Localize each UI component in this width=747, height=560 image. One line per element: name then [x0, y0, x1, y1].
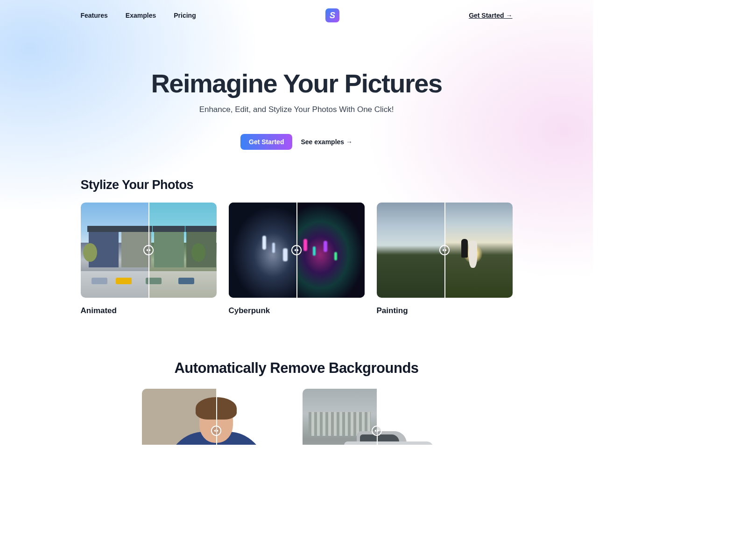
- stylize-cards: Animated Cyberpunk: [81, 203, 513, 315]
- logo-icon[interactable]: S: [325, 8, 339, 22]
- card-painting[interactable]: Painting: [377, 203, 513, 315]
- bg-card-car[interactable]: [303, 389, 451, 445]
- slider-icon[interactable]: [372, 426, 382, 436]
- header: Features Examples Pricing S Get Started …: [81, 0, 513, 31]
- stylize-title: Stylize Your Photos: [81, 178, 513, 192]
- hero-title: Reimagine Your Pictures: [81, 68, 513, 98]
- slider-icon[interactable]: [439, 245, 450, 255]
- stylize-section: Stylize Your Photos: [81, 168, 513, 315]
- split-handle[interactable]: [216, 389, 217, 445]
- hero-buttons: Get Started See examples →: [81, 134, 513, 150]
- hero-subtitle: Enhance, Edit, and Stylize Your Photos W…: [81, 105, 513, 114]
- card-label: Animated: [81, 306, 217, 315]
- comparison-image: [81, 203, 217, 298]
- backgrounds-section: Automatically Remove Backgrounds: [81, 315, 513, 445]
- slider-icon[interactable]: [291, 245, 302, 255]
- get-started-button[interactable]: Get Started: [240, 134, 292, 150]
- comparison-image: [229, 203, 365, 298]
- see-examples-button[interactable]: See examples →: [301, 138, 352, 146]
- nav-examples[interactable]: Examples: [126, 12, 156, 19]
- slider-icon[interactable]: [211, 426, 221, 436]
- bg-card-person[interactable]: [142, 389, 290, 445]
- nav-left: Features Examples Pricing: [81, 12, 196, 19]
- card-label: Painting: [377, 306, 513, 315]
- card-label: Cyberpunk: [229, 306, 365, 315]
- nav-get-started[interactable]: Get Started →: [469, 12, 512, 19]
- nav-features[interactable]: Features: [81, 12, 108, 19]
- background-cards: [81, 389, 513, 445]
- card-cyberpunk[interactable]: Cyberpunk: [229, 203, 365, 315]
- slider-icon[interactable]: [143, 245, 154, 255]
- nav-pricing[interactable]: Pricing: [174, 12, 196, 19]
- split-handle[interactable]: [377, 389, 378, 445]
- card-animated[interactable]: Animated: [81, 203, 217, 315]
- hero: Reimagine Your Pictures Enhance, Edit, a…: [81, 31, 513, 168]
- comparison-image: [377, 203, 513, 298]
- backgrounds-title: Automatically Remove Backgrounds: [81, 360, 513, 377]
